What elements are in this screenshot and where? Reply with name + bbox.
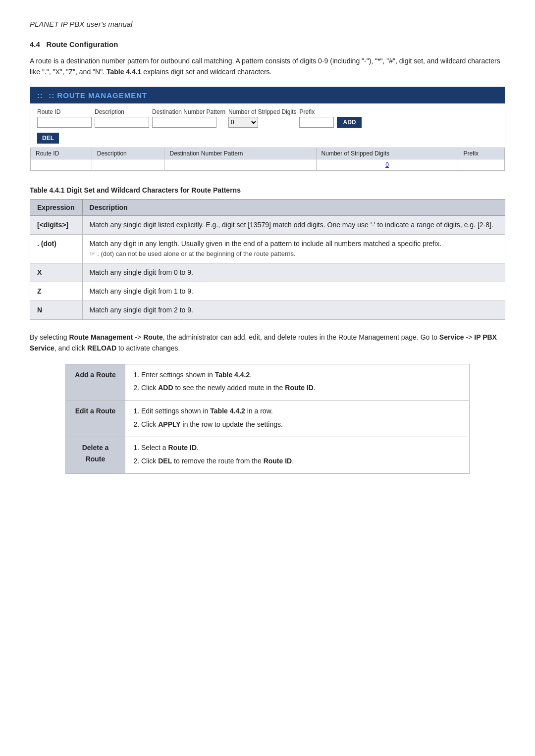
description-cell: Match any single digit from 0 to 9.: [82, 263, 505, 282]
route-table: Route ID Description Destination Number …: [30, 148, 505, 171]
expression-cell: N: [30, 301, 83, 319]
page-title: PLANET IP PBX user's manual: [30, 20, 505, 28]
col-description: Description: [92, 148, 164, 159]
del-button[interactable]: DEL: [37, 133, 59, 144]
table-row: 0: [31, 159, 505, 171]
section-title: Route Configuration: [46, 40, 118, 49]
expression-cell: . (dot): [30, 235, 83, 263]
col-expression-header: Expression: [30, 200, 83, 216]
prefix-label: Prefix: [299, 108, 334, 116]
header-title: :: ROUTE MANAGEMENT: [49, 91, 147, 100]
expression-cell: X: [30, 263, 83, 282]
op-steps: Enter settings shown in Table 4.4.2.Clic…: [125, 364, 470, 401]
route-management-header: :: :: ROUTE MANAGEMENT: [30, 87, 505, 103]
dest-number-col: Destination Number Pattern: [152, 108, 225, 128]
stripped-digits-col: Number of Stripped Digits 0 1 2 3 4: [228, 108, 296, 128]
route-id-label: Route ID: [37, 108, 92, 116]
expression-cell: [<digits>]: [30, 216, 83, 235]
description-cell: Match any digit in any length. Usually g…: [82, 235, 505, 263]
management-text: By selecting Route Management -> Route, …: [30, 332, 505, 354]
op-label: Edit a Route: [66, 401, 125, 437]
description-input[interactable]: [95, 117, 149, 128]
col-description-header: Description: [82, 200, 505, 216]
section-number: 4.4: [30, 40, 40, 49]
header-colons: ::: [37, 91, 43, 100]
description-col: Description: [95, 108, 149, 128]
route-id-col: Route ID: [37, 108, 92, 128]
description-cell: Match any single digit from 2 to 9.: [82, 301, 505, 319]
stripped-digits-label: Number of Stripped Digits: [228, 108, 296, 116]
stripped-digits-select[interactable]: 0 1 2 3 4: [228, 117, 258, 128]
row-description: [92, 159, 164, 171]
add-button[interactable]: ADD: [337, 117, 362, 128]
section-intro: A route is a destination number pattern …: [30, 55, 505, 78]
col-dest-number: Destination Number Pattern: [164, 148, 316, 159]
description-cell: Match any single digit listed explicitly…: [82, 216, 505, 235]
description-cell: Match any single digit from 1 to 9.: [82, 282, 505, 301]
op-steps: Edit settings shown in Table 4.4.2 in a …: [125, 401, 470, 437]
route-management-panel: :: :: ROUTE MANAGEMENT Route ID Descript…: [30, 87, 505, 172]
row-dest-number: [164, 159, 316, 171]
operations-table: Add a RouteEnter settings shown in Table…: [65, 364, 470, 474]
route-id-input[interactable]: [37, 117, 92, 128]
expression-table: Expression Description [<digits>]Match a…: [30, 199, 505, 320]
row-prefix: [458, 159, 505, 171]
prefix-col: Prefix: [299, 108, 334, 128]
description-label: Description: [95, 108, 149, 116]
section-heading: 4.4 Route Configuration: [30, 40, 505, 49]
prefix-input[interactable]: [299, 117, 334, 128]
col-route-id: Route ID: [31, 148, 92, 159]
expression-cell: Z: [30, 282, 83, 301]
stripped-link[interactable]: 0: [385, 161, 389, 168]
op-steps: Select a Route ID.Click DEL to remove th…: [125, 437, 470, 474]
row-stripped-digits: 0: [316, 159, 458, 171]
op-label: Add a Route: [66, 364, 125, 401]
op-label: Delete a Route: [66, 437, 125, 474]
route-form-row: Route ID Description Destination Number …: [30, 103, 505, 130]
dest-number-label: Destination Number Pattern: [152, 108, 225, 116]
dest-number-input[interactable]: [152, 117, 216, 128]
col-stripped-digits: Number of Stripped Digits: [316, 148, 458, 159]
row-route-id: [31, 159, 92, 171]
col-prefix: Prefix: [458, 148, 505, 159]
wildcard-table-caption: Table 4.4.1 Digit Set and Wildcard Chara…: [30, 186, 505, 194]
